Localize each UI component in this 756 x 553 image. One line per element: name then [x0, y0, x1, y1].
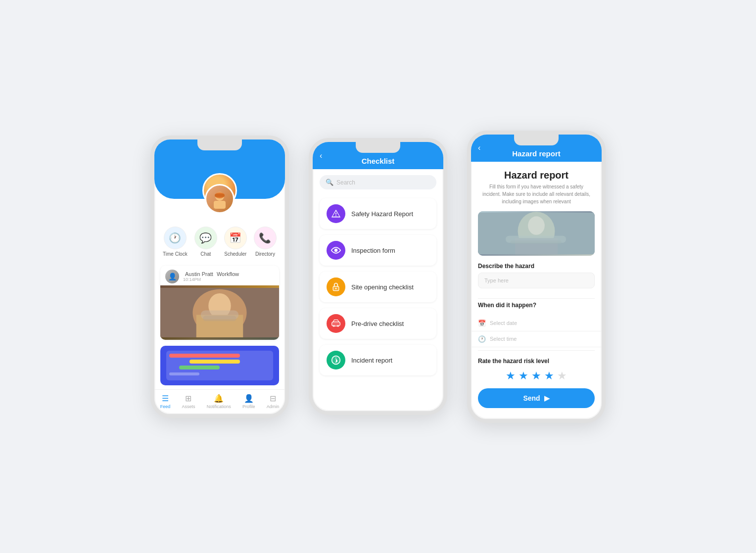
directory-btn[interactable]: 📞 Directory — [254, 227, 277, 257]
checklist-item-predrive[interactable]: Pre-drive checklist — [320, 308, 436, 339]
date-placeholder: Select date — [490, 320, 517, 326]
checklist-item-safety[interactable]: Safety Hazard Report — [320, 198, 436, 229]
describe-input[interactable]: Type here — [478, 273, 595, 288]
nav-feed[interactable]: ☰ Feed — [160, 394, 171, 409]
chat-label: Chat — [200, 251, 211, 257]
phone-3: ‹ Hazard report Hazard report Fill this … — [467, 131, 606, 423]
send-label: Send — [523, 394, 540, 402]
svg-rect-3 — [215, 194, 225, 197]
profile-icon: 👤 — [244, 394, 254, 403]
predrive-icon — [327, 314, 345, 333]
back-button[interactable]: ‹ — [320, 151, 322, 160]
site-opening-icon — [327, 277, 345, 296]
chat-btn[interactable]: 💬 Chat — [194, 227, 217, 257]
directory-label: Directory — [255, 251, 275, 257]
bottom-nav: ☰ Feed ⊞ Assets 🔔 Notifications 👤 Profil… — [154, 389, 285, 414]
svg-rect-9 — [203, 316, 236, 321]
notch-2 — [356, 142, 400, 153]
phone-1: 🕐 Time Clock 💬 Chat 📅 Scheduler 📞 Direct… — [150, 136, 289, 418]
nav-admin[interactable]: ⊟ Admin — [267, 394, 280, 409]
phone-2: ‹ Checklist 🔍 Search Safety Hazard Repor… — [309, 138, 447, 415]
nav-profile[interactable]: 👤 Profile — [242, 394, 255, 409]
site-opening-label: Site opening checklist — [351, 283, 414, 291]
chat-icon: 💬 — [194, 227, 217, 249]
send-arrow-icon: ▶ — [544, 394, 550, 402]
describe-label: Describe the hazard — [478, 263, 595, 270]
describe-section: Describe the hazard Type here — [471, 263, 602, 295]
feed-user-row: 👤 Austin Pratt Workflow 10:14PM — [160, 266, 279, 285]
notifications-icon: 🔔 — [214, 394, 224, 403]
feed-item-2 — [160, 346, 279, 385]
scheduler-btn[interactable]: 📅 Scheduler — [224, 227, 247, 257]
svg-rect-13 — [332, 322, 340, 326]
rate-section: Rate the hazard risk level — [471, 354, 602, 365]
hazard-form-body: Hazard report Fill this form if you have… — [471, 162, 602, 419]
scene: 🕐 Time Clock 💬 Chat 📅 Scheduler 📞 Direct… — [131, 111, 625, 443]
svg-rect-1 — [214, 201, 226, 209]
hazard-header-title: Hazard report — [512, 149, 561, 158]
inspection-label: Inspection form — [351, 247, 395, 254]
feed-username: Austin Pratt Workflow — [183, 271, 274, 277]
svg-point-14 — [333, 325, 334, 326]
feed-image: SAFETY HAZARD REPROT — [160, 285, 279, 340]
feed-timestamp: 10:14PM — [183, 277, 274, 282]
predrive-label: Pre-drive checklist — [351, 320, 404, 327]
incident-label: Incident report — [351, 357, 392, 364]
divider-2 — [478, 350, 595, 351]
admin-icon: ⊟ — [270, 394, 276, 403]
inspection-icon — [327, 241, 345, 260]
safety-hazard-label: Safety Hazard Report — [351, 210, 413, 218]
search-bar[interactable]: 🔍 Search — [320, 175, 436, 189]
svg-point-10 — [334, 249, 338, 252]
notch-1 — [197, 139, 242, 150]
clock-icon: 🕐 — [478, 335, 486, 343]
calendar-icon: 📅 — [478, 320, 486, 327]
time-clock-btn[interactable]: 🕐 Time Clock — [163, 227, 188, 257]
svg-point-19 — [528, 216, 545, 234]
checklist-item-incident[interactable]: Incident report — [320, 345, 436, 375]
assets-icon: ⊞ — [185, 394, 191, 403]
send-button[interactable]: Send ▶ — [478, 388, 595, 408]
safety-hazard-icon — [327, 204, 345, 223]
search-placeholder-text: Search — [336, 179, 355, 186]
scheduler-label: Scheduler — [224, 251, 246, 257]
notch-3 — [514, 135, 559, 145]
time-placeholder: Select time — [490, 336, 517, 342]
star-4[interactable]: ★ — [544, 369, 554, 382]
time-row[interactable]: 🕐 Select time — [471, 331, 602, 347]
search-icon: 🔍 — [326, 179, 333, 186]
feed-icon: ☰ — [162, 394, 169, 403]
nav-notifications[interactable]: 🔔 Notifications — [207, 394, 231, 409]
avatar — [205, 184, 235, 214]
directory-icon: 📞 — [254, 227, 277, 249]
checklist-item-inspection[interactable]: Inspection form — [320, 235, 436, 266]
time-clock-icon: 🕐 — [164, 227, 187, 249]
rate-label: Rate the hazard risk level — [478, 358, 595, 365]
feed-user-info: Austin Pratt Workflow 10:14PM — [183, 271, 274, 282]
when-section: When did it happen? — [471, 302, 602, 316]
svg-rect-22 — [511, 240, 562, 244]
svg-point-15 — [337, 325, 339, 326]
feed-avatar: 👤 — [165, 270, 179, 283]
incident-icon — [327, 351, 345, 369]
hazard-page-desc: Fill this form if you have witnessed a s… — [471, 183, 602, 211]
nav-assets[interactable]: ⊞ Assets — [182, 394, 195, 409]
hazard-page-title: Hazard report — [471, 162, 602, 183]
schedule-preview — [166, 351, 273, 380]
divider-1 — [478, 298, 595, 299]
star-2[interactable]: ★ — [519, 369, 528, 382]
svg-point-12 — [335, 288, 337, 289]
hazard-image — [478, 211, 595, 256]
when-label: When did it happen? — [478, 302, 595, 309]
star-1[interactable]: ★ — [506, 369, 516, 382]
star-5[interactable]: ★ — [557, 369, 567, 382]
star-3[interactable]: ★ — [531, 369, 541, 382]
checklist-title: Checklist — [362, 157, 395, 165]
scheduler-icon: 📅 — [224, 227, 247, 249]
time-clock-label: Time Clock — [163, 251, 188, 257]
date-row[interactable]: 📅 Select date — [471, 316, 602, 331]
feed-item-1: 👤 Austin Pratt Workflow 10:14PM — [160, 266, 279, 340]
stars-row: ★ ★ ★ ★ ★ — [471, 367, 602, 388]
checklist-item-site[interactable]: Site opening checklist — [320, 272, 436, 302]
back-button-3[interactable]: ‹ — [478, 143, 480, 152]
